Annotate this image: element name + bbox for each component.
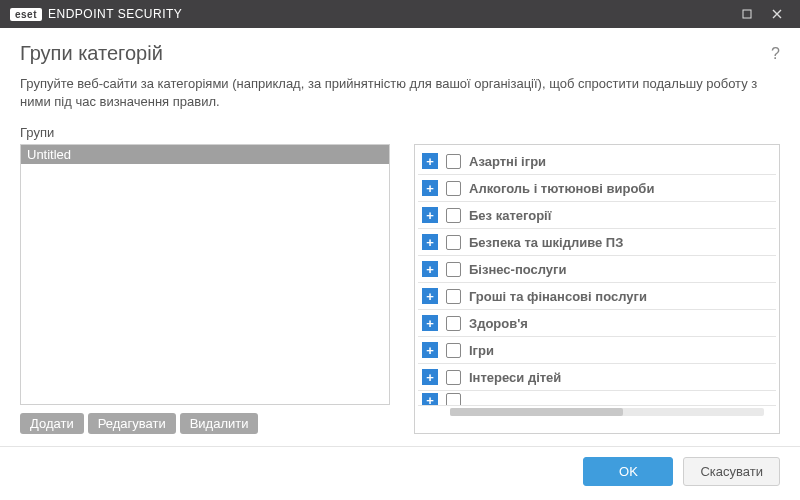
- category-checkbox[interactable]: [446, 289, 461, 304]
- category-row[interactable]: + Гроші та фінансові послуги: [418, 283, 776, 310]
- groups-list[interactable]: Untitled: [20, 144, 390, 405]
- minimize-icon[interactable]: [732, 0, 762, 28]
- expand-icon[interactable]: +: [422, 153, 438, 169]
- groups-label: Групи: [20, 125, 780, 140]
- page-title: Групи категорій: [20, 42, 163, 65]
- category-label: Інтереси дітей: [469, 370, 561, 385]
- category-label: Бізнес-послуги: [469, 262, 566, 277]
- page-description: Групуйте веб-сайти за категоріями (напри…: [20, 75, 780, 111]
- add-button[interactable]: Додати: [20, 413, 84, 434]
- category-checkbox[interactable]: [446, 343, 461, 358]
- expand-icon[interactable]: +: [422, 234, 438, 250]
- category-row[interactable]: + Інтереси дітей: [418, 364, 776, 391]
- category-label: Азартні ігри: [469, 154, 546, 169]
- category-checkbox[interactable]: [446, 235, 461, 250]
- expand-icon[interactable]: +: [422, 207, 438, 223]
- categories-list[interactable]: + Азартні ігри + Алкоголь і тютюнові вир…: [414, 144, 780, 434]
- category-checkbox[interactable]: [446, 316, 461, 331]
- expand-icon[interactable]: +: [422, 393, 438, 406]
- titlebar: eset ENDPOINT SECURITY: [0, 0, 800, 28]
- category-row[interactable]: + Бізнес-послуги: [418, 256, 776, 283]
- category-label: Здоров'я: [469, 316, 528, 331]
- category-checkbox[interactable]: [446, 393, 461, 405]
- category-label: Безпека та шкідливе ПЗ: [469, 235, 623, 250]
- category-row[interactable]: +: [418, 391, 776, 405]
- category-label: Без категорії: [469, 208, 551, 223]
- expand-icon[interactable]: +: [422, 315, 438, 331]
- category-checkbox[interactable]: [446, 370, 461, 385]
- horizontal-scrollbar[interactable]: [450, 408, 764, 416]
- category-row[interactable]: + Безпека та шкідливе ПЗ: [418, 229, 776, 256]
- category-row[interactable]: + Здоров'я: [418, 310, 776, 337]
- category-row[interactable]: + Азартні ігри: [418, 148, 776, 175]
- category-checkbox[interactable]: [446, 262, 461, 277]
- window-title: ENDPOINT SECURITY: [48, 7, 182, 21]
- category-checkbox[interactable]: [446, 154, 461, 169]
- delete-button[interactable]: Видалити: [180, 413, 259, 434]
- brand-logo: eset: [10, 8, 42, 21]
- category-checkbox[interactable]: [446, 208, 461, 223]
- expand-icon[interactable]: +: [422, 180, 438, 196]
- ok-button[interactable]: OK: [583, 457, 673, 486]
- category-row[interactable]: + Ігри: [418, 337, 776, 364]
- expand-icon[interactable]: +: [422, 288, 438, 304]
- category-label: Алкоголь і тютюнові вироби: [469, 181, 654, 196]
- help-icon[interactable]: ?: [771, 45, 780, 63]
- close-icon[interactable]: [762, 0, 792, 28]
- category-row[interactable]: + Без категорії: [418, 202, 776, 229]
- svg-rect-0: [743, 10, 751, 18]
- content-area: Групи категорій ? Групуйте веб-сайти за …: [0, 28, 800, 446]
- edit-button[interactable]: Редагувати: [88, 413, 176, 434]
- cancel-button[interactable]: Скасувати: [683, 457, 780, 486]
- dialog-footer: OK Скасувати: [0, 446, 800, 500]
- expand-icon[interactable]: +: [422, 342, 438, 358]
- category-checkbox[interactable]: [446, 181, 461, 196]
- expand-icon[interactable]: +: [422, 261, 438, 277]
- group-actions: Додати Редагувати Видалити: [20, 413, 390, 434]
- category-label: Гроші та фінансові послуги: [469, 289, 647, 304]
- expand-icon[interactable]: +: [422, 369, 438, 385]
- category-row[interactable]: + Алкоголь і тютюнові вироби: [418, 175, 776, 202]
- category-label: Ігри: [469, 343, 494, 358]
- group-item[interactable]: Untitled: [21, 145, 389, 164]
